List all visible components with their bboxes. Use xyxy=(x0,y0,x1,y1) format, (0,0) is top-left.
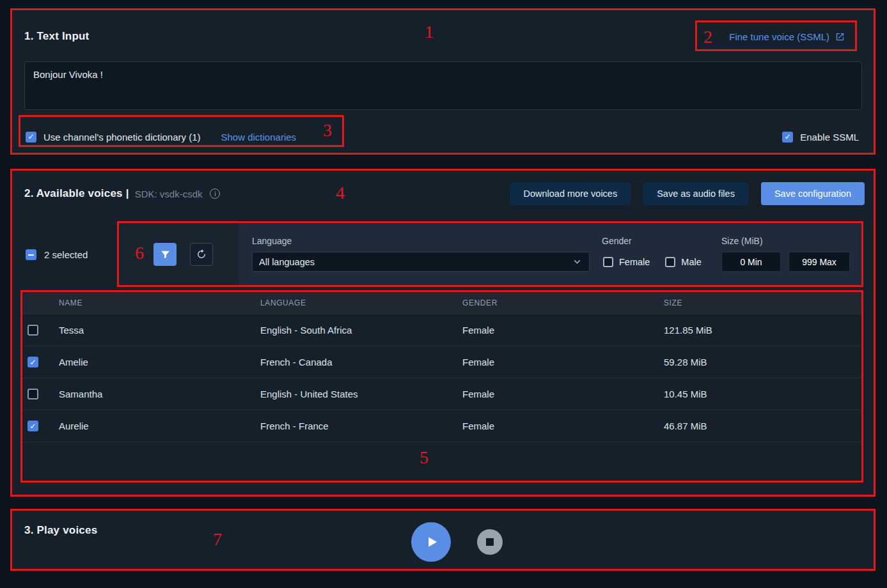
row-checkbox[interactable] xyxy=(27,421,38,431)
stop-button[interactable] xyxy=(477,529,503,555)
male-filter-option[interactable]: Male xyxy=(665,257,701,267)
voice-gender: Female xyxy=(462,421,664,431)
external-link-icon xyxy=(835,32,845,42)
voice-name: Samantha xyxy=(59,389,260,399)
voice-name: Tessa xyxy=(59,325,260,336)
fine-tune-ssml-label: Fine tune voice (SSML) xyxy=(729,31,829,42)
voice-gender: Female xyxy=(462,325,664,336)
size-filter-label: Size (MiB) xyxy=(721,236,763,246)
play-icon xyxy=(423,534,439,550)
voice-language: English - South Africa xyxy=(260,325,462,336)
table-row[interactable]: Tessa English - South Africa Female 121.… xyxy=(22,314,861,346)
fine-tune-ssml-link[interactable]: Fine tune voice (SSML) xyxy=(729,31,845,42)
voice-gender: Female xyxy=(462,389,664,399)
selected-count-label: 2 selected xyxy=(44,249,88,260)
phonetic-dictionary-option[interactable]: Use channel's phonetic dictionary (1) xyxy=(26,132,201,143)
male-label: Male xyxy=(681,257,701,267)
voice-name: Aurelie xyxy=(59,421,260,431)
filter-controls-panel: Language All languages Gender Female xyxy=(239,223,861,286)
voices-table-header: NAME LANGUAGE GENDER SIZE xyxy=(22,291,861,314)
chevron-down-icon xyxy=(572,256,583,267)
language-select[interactable]: All languages xyxy=(252,252,590,272)
phonetic-dictionary-label: Use channel's phonetic dictionary (1) xyxy=(43,132,201,143)
info-icon[interactable] xyxy=(210,189,220,199)
language-select-value: All languages xyxy=(259,257,572,267)
voices-table: NAME LANGUAGE GENDER SIZE Tessa English … xyxy=(22,291,861,482)
column-header-gender: GENDER xyxy=(462,298,664,307)
download-more-voices-button[interactable]: Download more voices xyxy=(510,182,631,205)
size-min-input[interactable] xyxy=(721,252,781,272)
female-filter-option[interactable]: Female xyxy=(603,257,650,267)
male-checkbox[interactable] xyxy=(665,257,675,267)
tts-voice-configuration-page: 1. Text Input Fine tune voice (SSML) Bon… xyxy=(0,0,887,588)
voice-size: 46.87 MiB xyxy=(664,421,861,431)
gender-filter-options: Female Male xyxy=(603,252,702,272)
table-row[interactable]: Aurelie French - France Female 46.87 MiB xyxy=(22,410,861,442)
refresh-icon xyxy=(196,249,207,260)
voice-language: English - United States xyxy=(260,389,462,399)
voices-action-buttons: Download more voices Save as audio files… xyxy=(510,182,865,205)
save-as-audio-files-button[interactable]: Save as audio files xyxy=(643,182,748,205)
voice-size: 59.28 MiB xyxy=(664,357,861,368)
voice-language: French - France xyxy=(260,421,462,431)
selection-summary: 2 selected xyxy=(26,249,88,260)
voice-language: French - Canada xyxy=(260,357,462,368)
table-row[interactable]: Samantha English - United States Female … xyxy=(22,378,861,410)
text-input-title: 1. Text Input xyxy=(24,30,89,43)
voice-name: Amelie xyxy=(59,357,260,368)
text-input-textarea[interactable]: Bonjour Vivoka ! xyxy=(24,61,862,110)
available-voices-header: 2. Available voices | SDK: vsdk-csdk xyxy=(24,187,220,200)
text-input-options-row: Use channel's phonetic dictionary (1) Sh… xyxy=(26,125,859,148)
size-max-input[interactable] xyxy=(789,252,850,272)
available-voices-title: 2. Available voices | xyxy=(24,187,129,200)
voice-size: 10.45 MiB xyxy=(664,389,861,399)
show-dictionaries-link[interactable]: Show dictionaries xyxy=(221,132,297,143)
filter-button[interactable] xyxy=(153,243,177,266)
female-checkbox[interactable] xyxy=(603,257,613,267)
play-voices-title: 3. Play voices xyxy=(24,524,97,537)
row-checkbox[interactable] xyxy=(27,325,38,336)
stop-icon xyxy=(486,538,494,546)
enable-ssml-option[interactable]: Enable SSML xyxy=(782,132,859,143)
filter-buttons-group xyxy=(119,223,239,286)
table-row[interactable]: Amelie French - Canada Female 59.28 MiB xyxy=(22,346,861,378)
gender-filter-label: Gender xyxy=(602,236,632,246)
row-checkbox[interactable] xyxy=(27,389,38,399)
row-checkbox[interactable] xyxy=(27,357,38,368)
funnel-icon xyxy=(160,249,171,260)
sdk-label: SDK: vsdk-csdk xyxy=(135,189,203,199)
save-configuration-button[interactable]: Save configuration xyxy=(761,182,865,205)
enable-ssml-label: Enable SSML xyxy=(800,132,859,143)
column-header-language: LANGUAGE xyxy=(260,298,462,307)
column-header-name: NAME xyxy=(59,298,260,307)
play-voices-section: 3. Play voices xyxy=(13,510,874,570)
enable-ssml-checkbox[interactable] xyxy=(782,132,793,143)
voice-size: 121.85 MiB xyxy=(664,325,861,336)
select-all-checkbox[interactable] xyxy=(26,249,36,260)
female-label: Female xyxy=(619,257,650,267)
voices-filter-toolbar: Language All languages Gender Female xyxy=(119,223,861,286)
available-voices-section: 2. Available voices | SDK: vsdk-csdk Dow… xyxy=(13,170,874,495)
play-button[interactable] xyxy=(411,522,451,562)
phonetic-dictionary-checkbox[interactable] xyxy=(26,132,36,143)
text-input-section: 1. Text Input Fine tune voice (SSML) Bon… xyxy=(13,10,874,153)
refresh-button[interactable] xyxy=(190,243,213,266)
column-header-size: SIZE xyxy=(664,298,861,307)
voice-gender: Female xyxy=(462,357,664,368)
language-filter-label: Language xyxy=(252,236,292,246)
